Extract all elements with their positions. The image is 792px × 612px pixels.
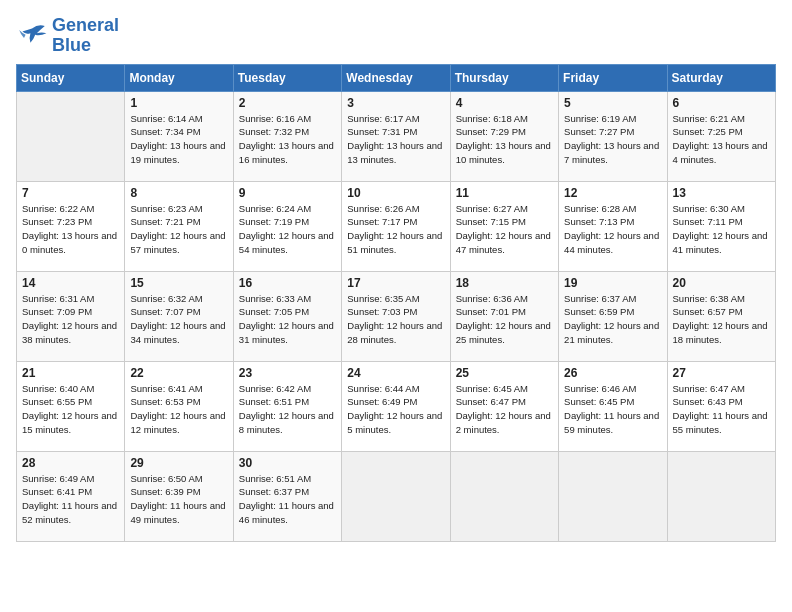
calendar-cell: 26 Sunrise: 6:46 AM Sunset: 6:45 PM Dayl… (559, 361, 667, 451)
day-number: 25 (456, 366, 553, 380)
sunrise-label: Sunrise: 6:31 AM (22, 293, 94, 304)
day-number: 5 (564, 96, 661, 110)
sunset-label: Sunset: 7:17 PM (347, 216, 417, 227)
day-info: Sunrise: 6:28 AM Sunset: 7:13 PM Dayligh… (564, 202, 661, 257)
daylight-label: Daylight: 12 hours and 38 minutes. (22, 320, 117, 345)
sunrise-label: Sunrise: 6:33 AM (239, 293, 311, 304)
logo-text: General Blue (52, 16, 119, 56)
sunrise-label: Sunrise: 6:30 AM (673, 203, 745, 214)
daylight-label: Daylight: 12 hours and 44 minutes. (564, 230, 659, 255)
sunset-label: Sunset: 6:47 PM (456, 396, 526, 407)
sunrise-label: Sunrise: 6:21 AM (673, 113, 745, 124)
daylight-label: Daylight: 13 hours and 0 minutes. (22, 230, 117, 255)
daylight-label: Daylight: 12 hours and 51 minutes. (347, 230, 442, 255)
day-info: Sunrise: 6:38 AM Sunset: 6:57 PM Dayligh… (673, 292, 770, 347)
daylight-label: Daylight: 13 hours and 19 minutes. (130, 140, 225, 165)
sunset-label: Sunset: 7:21 PM (130, 216, 200, 227)
page-header: General Blue (16, 16, 776, 56)
sunset-label: Sunset: 7:29 PM (456, 126, 526, 137)
sunset-label: Sunset: 7:07 PM (130, 306, 200, 317)
sunset-label: Sunset: 6:41 PM (22, 486, 92, 497)
calendar-cell: 30 Sunrise: 6:51 AM Sunset: 6:37 PM Dayl… (233, 451, 341, 541)
calendar-cell (559, 451, 667, 541)
day-info: Sunrise: 6:30 AM Sunset: 7:11 PM Dayligh… (673, 202, 770, 257)
sunset-label: Sunset: 7:32 PM (239, 126, 309, 137)
sunrise-label: Sunrise: 6:36 AM (456, 293, 528, 304)
day-info: Sunrise: 6:33 AM Sunset: 7:05 PM Dayligh… (239, 292, 336, 347)
sunrise-label: Sunrise: 6:32 AM (130, 293, 202, 304)
calendar-cell: 7 Sunrise: 6:22 AM Sunset: 7:23 PM Dayli… (17, 181, 125, 271)
day-info: Sunrise: 6:40 AM Sunset: 6:55 PM Dayligh… (22, 382, 119, 437)
day-info: Sunrise: 6:21 AM Sunset: 7:25 PM Dayligh… (673, 112, 770, 167)
day-info: Sunrise: 6:31 AM Sunset: 7:09 PM Dayligh… (22, 292, 119, 347)
sunrise-label: Sunrise: 6:49 AM (22, 473, 94, 484)
sunrise-label: Sunrise: 6:22 AM (22, 203, 94, 214)
daylight-label: Daylight: 12 hours and 25 minutes. (456, 320, 551, 345)
sunrise-label: Sunrise: 6:47 AM (673, 383, 745, 394)
daylight-label: Daylight: 12 hours and 31 minutes. (239, 320, 334, 345)
sunset-label: Sunset: 7:34 PM (130, 126, 200, 137)
day-info: Sunrise: 6:26 AM Sunset: 7:17 PM Dayligh… (347, 202, 444, 257)
col-header-thursday: Thursday (450, 64, 558, 91)
day-number: 27 (673, 366, 770, 380)
day-info: Sunrise: 6:45 AM Sunset: 6:47 PM Dayligh… (456, 382, 553, 437)
day-number: 23 (239, 366, 336, 380)
sunrise-label: Sunrise: 6:44 AM (347, 383, 419, 394)
day-info: Sunrise: 6:19 AM Sunset: 7:27 PM Dayligh… (564, 112, 661, 167)
day-info: Sunrise: 6:27 AM Sunset: 7:15 PM Dayligh… (456, 202, 553, 257)
calendar-cell: 13 Sunrise: 6:30 AM Sunset: 7:11 PM Dayl… (667, 181, 775, 271)
sunrise-label: Sunrise: 6:40 AM (22, 383, 94, 394)
calendar-cell: 25 Sunrise: 6:45 AM Sunset: 6:47 PM Dayl… (450, 361, 558, 451)
daylight-label: Daylight: 13 hours and 7 minutes. (564, 140, 659, 165)
calendar-cell: 16 Sunrise: 6:33 AM Sunset: 7:05 PM Dayl… (233, 271, 341, 361)
sunset-label: Sunset: 7:01 PM (456, 306, 526, 317)
calendar-cell (450, 451, 558, 541)
calendar-cell: 4 Sunrise: 6:18 AM Sunset: 7:29 PM Dayli… (450, 91, 558, 181)
day-number: 7 (22, 186, 119, 200)
day-info: Sunrise: 6:18 AM Sunset: 7:29 PM Dayligh… (456, 112, 553, 167)
daylight-label: Daylight: 11 hours and 59 minutes. (564, 410, 659, 435)
day-info: Sunrise: 6:24 AM Sunset: 7:19 PM Dayligh… (239, 202, 336, 257)
sunrise-label: Sunrise: 6:27 AM (456, 203, 528, 214)
daylight-label: Daylight: 12 hours and 47 minutes. (456, 230, 551, 255)
day-number: 24 (347, 366, 444, 380)
day-number: 3 (347, 96, 444, 110)
day-info: Sunrise: 6:17 AM Sunset: 7:31 PM Dayligh… (347, 112, 444, 167)
col-header-sunday: Sunday (17, 64, 125, 91)
calendar-cell: 19 Sunrise: 6:37 AM Sunset: 6:59 PM Dayl… (559, 271, 667, 361)
daylight-label: Daylight: 12 hours and 18 minutes. (673, 320, 768, 345)
sunset-label: Sunset: 7:31 PM (347, 126, 417, 137)
day-number: 14 (22, 276, 119, 290)
sunrise-label: Sunrise: 6:23 AM (130, 203, 202, 214)
daylight-label: Daylight: 12 hours and 57 minutes. (130, 230, 225, 255)
col-header-tuesday: Tuesday (233, 64, 341, 91)
daylight-label: Daylight: 11 hours and 55 minutes. (673, 410, 768, 435)
sunset-label: Sunset: 6:45 PM (564, 396, 634, 407)
sunset-label: Sunset: 6:39 PM (130, 486, 200, 497)
sunrise-label: Sunrise: 6:41 AM (130, 383, 202, 394)
day-number: 26 (564, 366, 661, 380)
calendar-cell (667, 451, 775, 541)
day-info: Sunrise: 6:49 AM Sunset: 6:41 PM Dayligh… (22, 472, 119, 527)
calendar-cell: 3 Sunrise: 6:17 AM Sunset: 7:31 PM Dayli… (342, 91, 450, 181)
daylight-label: Daylight: 12 hours and 21 minutes. (564, 320, 659, 345)
calendar-cell: 18 Sunrise: 6:36 AM Sunset: 7:01 PM Dayl… (450, 271, 558, 361)
calendar-cell: 17 Sunrise: 6:35 AM Sunset: 7:03 PM Dayl… (342, 271, 450, 361)
day-number: 19 (564, 276, 661, 290)
day-number: 22 (130, 366, 227, 380)
sunrise-label: Sunrise: 6:26 AM (347, 203, 419, 214)
sunrise-label: Sunrise: 6:28 AM (564, 203, 636, 214)
sunrise-label: Sunrise: 6:24 AM (239, 203, 311, 214)
sunrise-label: Sunrise: 6:42 AM (239, 383, 311, 394)
day-number: 4 (456, 96, 553, 110)
calendar-cell: 5 Sunrise: 6:19 AM Sunset: 7:27 PM Dayli… (559, 91, 667, 181)
sunset-label: Sunset: 6:59 PM (564, 306, 634, 317)
col-header-saturday: Saturday (667, 64, 775, 91)
sunset-label: Sunset: 7:11 PM (673, 216, 743, 227)
daylight-label: Daylight: 13 hours and 4 minutes. (673, 140, 768, 165)
sunset-label: Sunset: 7:05 PM (239, 306, 309, 317)
day-number: 9 (239, 186, 336, 200)
day-number: 10 (347, 186, 444, 200)
sunrise-label: Sunrise: 6:17 AM (347, 113, 419, 124)
daylight-label: Daylight: 11 hours and 49 minutes. (130, 500, 225, 525)
